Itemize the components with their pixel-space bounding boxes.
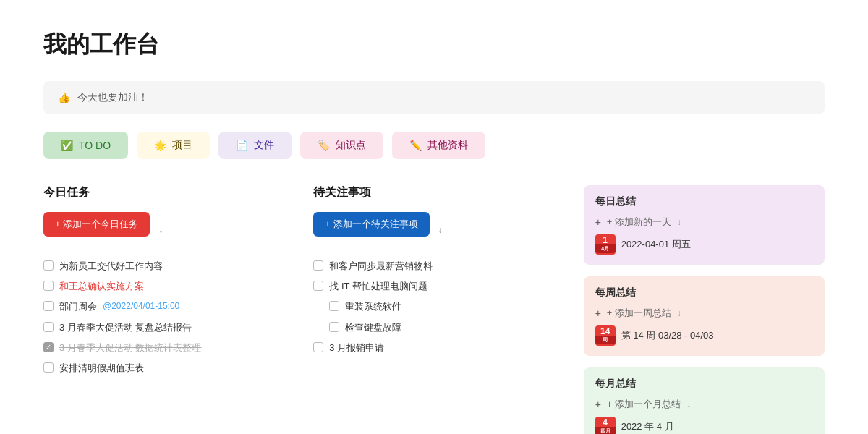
attention-checkbox[interactable] xyxy=(313,342,323,352)
tab-knowledge-label: 知识点 xyxy=(336,139,366,152)
banner-text: 今天也要加油！ xyxy=(77,91,148,104)
task-text: 为新员工交代好工作内容 xyxy=(59,260,163,273)
attention-item: 找 IT 帮忙处理电脑问题 xyxy=(313,280,554,293)
todo-icon: ✅ xyxy=(61,140,73,151)
weekly-summary-title: 每周总结 xyxy=(595,286,813,299)
other-icon: ✏️ xyxy=(409,140,422,151)
attention-checkbox[interactable] xyxy=(313,260,323,271)
daily-add-row: + + 添加新的一天 ↓ xyxy=(595,216,813,229)
tab-other[interactable]: ✏️ 其他资料 xyxy=(392,132,485,159)
banner-icon: 👍 xyxy=(58,92,70,103)
task-checkbox[interactable] xyxy=(43,362,54,373)
main-content: 今日任务 + 添加一个今日任务 ↓ 为新员工交代好工作内容 和王总确认实施方案 … xyxy=(43,185,825,434)
task-checkbox-checked[interactable]: ✓ xyxy=(43,342,54,352)
today-task-list: 为新员工交代好工作内容 和王总确认实施方案 部门周会 @2022/04/01-1… xyxy=(43,260,284,375)
attention-checkbox[interactable] xyxy=(313,281,323,291)
tab-knowledge[interactable]: 🏷️ 知识点 xyxy=(300,132,383,159)
attention-sort-icon[interactable]: ↓ xyxy=(438,225,443,235)
task-item: 部门周会 @2022/04/01-15:00 xyxy=(43,300,284,313)
weekly-add-row: + + 添加一周总结 ↓ xyxy=(595,307,813,320)
tab-todo-label: TO DO xyxy=(79,140,111,151)
task-text: 安排清明假期值班表 xyxy=(59,362,144,375)
task-item-checked: ✓ 3 月春季大促活动 数据统计表整理 xyxy=(43,341,284,354)
attention-item: 3 月报销申请 xyxy=(313,341,554,354)
tab-todo[interactable]: ✅ TO DO xyxy=(43,132,128,159)
attention-item-indent: 重装系统软件 xyxy=(313,300,554,313)
daily-sort-icon[interactable]: ↓ xyxy=(677,217,681,227)
monthly-cal-icon: 4 四月 xyxy=(595,417,616,434)
weekly-entry[interactable]: 14 周 第 14 周 03/28 - 04/03 xyxy=(595,326,813,346)
daily-summary-title: 每日总结 xyxy=(595,195,813,208)
attention-text: 和客户同步最新营销物料 xyxy=(329,260,433,273)
attention-text: 找 IT 帮忙处理电脑问题 xyxy=(329,280,427,293)
attention-text: 检查键盘故障 xyxy=(345,321,401,334)
summary-column: 每日总结 + + 添加新的一天 ↓ 1 4月 2022-04-01 周五 每周总… xyxy=(584,185,825,434)
attention-checkbox[interactable] xyxy=(329,301,339,311)
task-text: 部门周会 xyxy=(59,300,97,313)
monthly-summary-title: 每月总结 xyxy=(595,378,813,391)
weekly-add-icon: + xyxy=(595,307,601,319)
tab-other-label: 其他资料 xyxy=(427,139,468,152)
daily-add-icon: + xyxy=(595,216,601,228)
knowledge-icon: 🏷️ xyxy=(318,140,330,151)
daily-add-label[interactable]: + 添加新的一天 xyxy=(607,216,671,229)
monthly-entry[interactable]: 4 四月 2022 年 4 月 xyxy=(595,417,813,434)
banner: 👍 今天也要加油！ xyxy=(43,81,825,114)
tab-file[interactable]: 📄 文件 xyxy=(218,132,292,159)
monthly-add-icon: + xyxy=(595,399,601,410)
task-date: @2022/04/01-15:00 xyxy=(103,300,179,312)
task-text: 3 月春季大促活动 数据统计表整理 xyxy=(59,341,201,354)
task-checkbox[interactable] xyxy=(43,260,54,271)
task-text-link[interactable]: 和王总确认实施方案 xyxy=(59,280,144,293)
tab-file-label: 文件 xyxy=(254,139,274,152)
today-tasks-section: 今日任务 + 添加一个今日任务 ↓ 为新员工交代好工作内容 和王总确认实施方案 … xyxy=(43,185,284,434)
attention-list: 和客户同步最新营销物料 找 IT 帮忙处理电脑问题 重装系统软件 检查键盘故障 … xyxy=(313,260,554,354)
attention-item-indent: 检查键盘故障 xyxy=(313,321,554,334)
weekly-summary: 每周总结 + + 添加一周总结 ↓ 14 周 第 14 周 03/28 - 04… xyxy=(584,276,825,356)
daily-summary: 每日总结 + + 添加新的一天 ↓ 1 4月 2022-04-01 周五 xyxy=(584,185,825,265)
weekly-cal-icon: 14 周 xyxy=(595,326,616,346)
add-today-task-button[interactable]: + 添加一个今日任务 xyxy=(43,212,150,237)
attention-checkbox[interactable] xyxy=(329,322,339,332)
task-item: 为新员工交代好工作内容 xyxy=(43,260,284,273)
add-attention-button[interactable]: + 添加一个待关注事项 xyxy=(313,212,429,237)
tab-project[interactable]: 🌟 项目 xyxy=(137,132,210,159)
today-tasks-title: 今日任务 xyxy=(43,185,284,200)
monthly-add-row: + + 添加一个月总结 ↓ xyxy=(595,398,813,411)
monthly-summary: 每月总结 + + 添加一个月总结 ↓ 4 四月 2022 年 4 月 xyxy=(584,367,825,434)
weekly-add-label[interactable]: + 添加一周总结 xyxy=(607,307,671,320)
task-checkbox[interactable] xyxy=(43,322,54,332)
monthly-entry-text: 2022 年 4 月 xyxy=(621,420,674,433)
daily-entry[interactable]: 1 4月 2022-04-01 周五 xyxy=(595,234,813,255)
attention-title: 待关注事项 xyxy=(313,185,554,200)
attention-item: 和客户同步最新营销物料 xyxy=(313,260,554,273)
tab-bar: ✅ TO DO 🌟 项目 📄 文件 🏷️ 知识点 ✏️ 其他资料 xyxy=(43,132,825,159)
task-item: 3 月春季大促活动 复盘总结报告 xyxy=(43,321,284,334)
attention-text: 3 月报销申请 xyxy=(329,341,384,354)
tab-project-label: 项目 xyxy=(172,139,192,152)
file-icon: 📄 xyxy=(236,140,248,151)
weekly-entry-text: 第 14 周 03/28 - 04/03 xyxy=(621,329,714,342)
attention-text: 重装系统软件 xyxy=(345,300,401,313)
monthly-sort-icon[interactable]: ↓ xyxy=(686,399,691,409)
daily-entry-text: 2022-04-01 周五 xyxy=(621,238,691,251)
task-checkbox[interactable] xyxy=(43,301,54,311)
weekly-sort-icon[interactable]: ↓ xyxy=(677,308,681,318)
task-text: 3 月春季大促活动 复盘总结报告 xyxy=(59,321,192,334)
page-title: 我的工作台 xyxy=(43,29,825,61)
sort-icon[interactable]: ↓ xyxy=(158,225,163,235)
task-item: 和王总确认实施方案 xyxy=(43,280,284,293)
daily-cal-icon: 1 4月 xyxy=(595,234,616,255)
monthly-add-label[interactable]: + 添加一个月总结 xyxy=(607,398,681,411)
attention-section: 待关注事项 + 添加一个待关注事项 ↓ 和客户同步最新营销物料 找 IT 帮忙处… xyxy=(313,185,554,434)
project-icon: 🌟 xyxy=(154,140,166,151)
task-checkbox[interactable] xyxy=(43,281,54,291)
task-item: 安排清明假期值班表 xyxy=(43,362,284,375)
